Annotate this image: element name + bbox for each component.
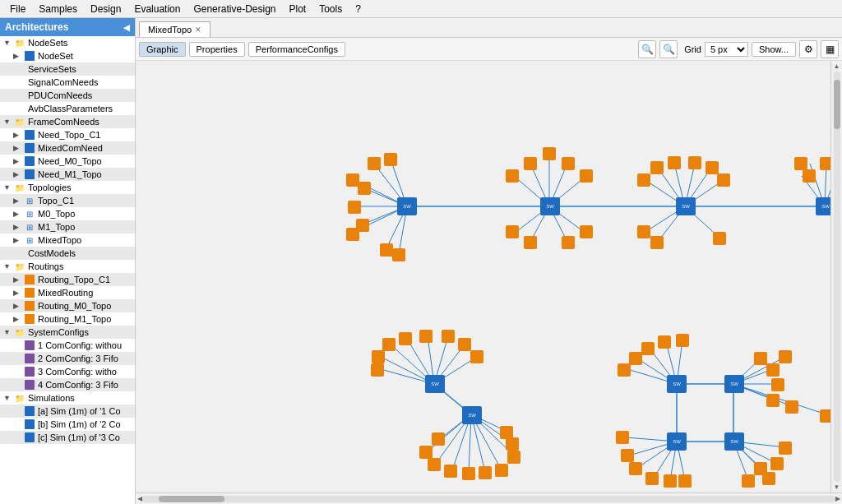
arrow-icon: ▼ xyxy=(3,262,13,270)
sidebar-item-costmodels[interactable]: CostModels xyxy=(0,247,135,260)
arrow-icon: ▼ xyxy=(3,39,13,47)
endpoint-node xyxy=(368,157,381,170)
sidebar-item-topo-c1[interactable]: ▶ ⊞ Topo_C1 xyxy=(0,194,135,207)
menu-samples[interactable]: Samples xyxy=(32,2,84,16)
sidebar-item-framecomneeds[interactable]: ▼ 📁 FrameComNeeds xyxy=(0,115,135,128)
tab-close-btn[interactable]: ✕ xyxy=(195,25,201,34)
sidebar-item-sim1[interactable]: [a] Sim (1m) of '1 Co xyxy=(0,405,135,418)
menu-help[interactable]: ? xyxy=(349,2,368,16)
graphic-btn[interactable]: Graphic xyxy=(139,42,186,57)
endpoint-node xyxy=(442,330,455,343)
diagram-wrapper: SW SW SW SW SW SW SW SW SW SW xyxy=(136,61,842,492)
switch-node-sw1[interactable]: SW xyxy=(540,197,560,215)
sidebar-item-mixedtopo[interactable]: ▶ ⊞ MixedTopo xyxy=(0,234,135,247)
arrow-icon: ▼ xyxy=(3,118,13,126)
h-scroll-thumb[interactable] xyxy=(159,496,224,502)
endpoint-node xyxy=(384,153,397,166)
sidebar-item-label: 1 ComConfig: withou xyxy=(38,340,122,350)
sidebar-item-comconfig2[interactable]: 2 ComConfig: 3 Fifo xyxy=(0,352,135,365)
switch-node-sw2[interactable]: SW xyxy=(676,197,696,215)
sidebar-item-sim3[interactable]: [c] Sim (1m) of '3 Co xyxy=(0,431,135,444)
search-icon[interactable]: 🔍 xyxy=(638,40,656,58)
sidebar-item-servicesets[interactable]: ServiceSets xyxy=(0,62,135,76)
menu-evaluation[interactable]: Evaluation xyxy=(127,2,187,16)
sidebar-item-sim2[interactable]: [b] Sim (1m) of '2 Co xyxy=(0,418,135,431)
menu-plot[interactable]: Plot xyxy=(283,2,313,16)
switch-node-sw0[interactable]: SW xyxy=(397,197,417,215)
scroll-up-arrow[interactable]: ▲ xyxy=(834,62,840,70)
switch-node-sw9[interactable]: SW xyxy=(667,432,687,451)
sidebar-collapse-btn[interactable]: ◀ xyxy=(123,23,130,32)
show-btn[interactable]: Show... xyxy=(752,42,796,57)
endpoint-node xyxy=(678,474,692,488)
zoom-icon[interactable]: 🔍 xyxy=(659,40,678,58)
endpoint-node xyxy=(629,352,642,365)
endpoint-node xyxy=(766,363,780,377)
endpoint-node xyxy=(637,225,650,238)
endpoint-node xyxy=(419,446,433,459)
performance-configs-btn[interactable]: PerformanceConfigs xyxy=(248,42,345,57)
endpoint-node xyxy=(580,169,593,183)
endpoint-node xyxy=(713,232,726,245)
endpoint-node xyxy=(507,451,520,464)
sidebar-item-routing-m0-topo[interactable]: ▶ Routing_M0_Topo xyxy=(0,299,135,312)
layout-icon[interactable]: ▦ xyxy=(821,40,839,58)
scroll-down-arrow[interactable]: ▼ xyxy=(834,483,840,491)
endpoint-node xyxy=(372,350,385,363)
sidebar-item-simulations[interactable]: ▼ 📁 Simulations xyxy=(0,391,135,405)
endpoint-node xyxy=(771,378,784,391)
horizontal-scrollbar[interactable]: ◀ ▶ xyxy=(136,492,842,504)
endpoint-node xyxy=(462,467,475,480)
switch-node-sw5[interactable]: SW xyxy=(462,406,482,424)
sidebar-item-mixedcomneed[interactable]: ▶ MixedComNeed xyxy=(0,141,135,155)
orange-sq-icon xyxy=(23,300,36,312)
switch-node-sw7[interactable]: SW xyxy=(667,375,687,393)
arrow-icon: ▶ xyxy=(13,236,23,244)
blue-sq-icon xyxy=(23,129,36,141)
switch-node-sw4[interactable]: SW xyxy=(425,375,445,393)
scroll-right-arrow[interactable]: ▶ xyxy=(835,495,840,502)
sidebar-item-comconfig4[interactable]: 4 ComConfig: 3 Fifo xyxy=(0,378,135,391)
arrow-icon: ▶ xyxy=(13,52,23,60)
sidebar-item-comconfig1[interactable]: 1 ComConfig: withou xyxy=(0,339,135,352)
sidebar-item-routing-topo-c1[interactable]: ▶ Routing_Topo_C1 xyxy=(0,273,135,286)
sidebar-item-routings[interactable]: ▼ 📁 Routings xyxy=(0,260,135,273)
sidebar-item-need-m0-topo[interactable]: ▶ Need_M0_Topo xyxy=(0,155,135,168)
sidebar-item-mixedrouting[interactable]: ▶ MixedRouting xyxy=(0,286,135,299)
endpoint-node xyxy=(766,394,780,407)
switch-node-sw3[interactable]: SW xyxy=(816,197,830,215)
sidebar-item-need-topo-c1[interactable]: ▶ Need_Topo_C1 xyxy=(0,128,135,141)
menu-design[interactable]: Design xyxy=(84,2,127,16)
sidebar-item-label: Simulations xyxy=(28,393,75,403)
sidebar-item-pducomneeds[interactable]: PDUComNeeds xyxy=(0,89,135,102)
sidebar-item-systemconfigs[interactable]: ▼ 📁 SystemConfigs xyxy=(0,326,135,339)
vertical-scrollbar[interactable]: ▲ ▼ xyxy=(830,61,842,492)
grid-select[interactable]: 5 px 10 px 1 px xyxy=(705,42,748,57)
v-scroll-thumb[interactable] xyxy=(834,80,840,129)
switch-node-sw8[interactable]: SW xyxy=(724,375,744,393)
v-scroll-track xyxy=(834,72,840,482)
sidebar-item-nodesets[interactable]: ▼ 📁 NodeSets xyxy=(0,36,135,49)
sidebar-item-comconfig3[interactable]: 3 ComConfig: witho xyxy=(0,365,135,378)
none-icon xyxy=(13,63,26,75)
sidebar-item-routing-m1-topo[interactable]: ▶ Routing_M1_Topo xyxy=(0,312,135,326)
settings-icon[interactable]: ⚙ xyxy=(799,40,817,58)
endpoint-node xyxy=(382,338,396,351)
menu-file[interactable]: File xyxy=(3,2,32,16)
properties-btn[interactable]: Properties xyxy=(189,42,245,57)
sidebar-item-nodeset[interactable]: ▶ NodeSet xyxy=(0,49,135,62)
switch-node-sw10[interactable]: SW xyxy=(724,432,744,451)
endpoint-node xyxy=(428,458,441,471)
grid-icon: ⊞ xyxy=(23,234,36,246)
sidebar-item-m0-topo[interactable]: ▶ ⊞ M0_Topo xyxy=(0,207,135,220)
sidebar-item-label: Routing_M0_Topo xyxy=(38,301,111,311)
menu-tools[interactable]: Tools xyxy=(312,2,349,16)
sidebar-item-topologies[interactable]: ▼ 📁 Topologies xyxy=(0,181,135,194)
sidebar-item-m1-topo[interactable]: ▶ ⊞ M1_Topo xyxy=(0,220,135,234)
menu-generative-design[interactable]: Generative-Design xyxy=(187,2,282,16)
sidebar-item-avbclassparams[interactable]: AvbClassParameters xyxy=(0,102,135,115)
blue-sq-icon xyxy=(23,432,36,443)
sidebar-item-need-m1-topo[interactable]: ▶ Need_M1_Topo xyxy=(0,168,135,181)
tab-mixedtopo[interactable]: MixedTopo ✕ xyxy=(139,21,210,37)
sidebar-item-signalcomneeds[interactable]: SignalComNeeds xyxy=(0,76,135,89)
